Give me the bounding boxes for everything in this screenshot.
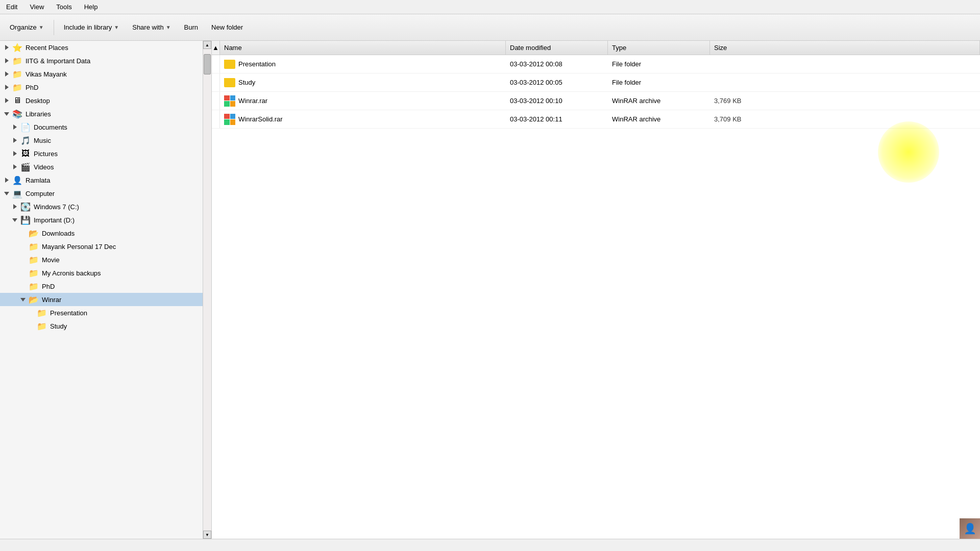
burn-button[interactable]: Burn [179, 18, 204, 37]
sidebar-item-documents[interactable]: 📄 Documents [0, 120, 203, 134]
sidebar-item-mayank-personal[interactable]: 📁 Mayank Personal 17 Dec [0, 240, 203, 253]
sidebar-label-study-sub: Study [50, 322, 67, 330]
scroll-down-arrow[interactable]: ▼ [203, 531, 211, 539]
file-cell-name: WinrarSolid.rar [220, 114, 506, 125]
winrar-icon [224, 95, 235, 107]
sidebar-item-libraries[interactable]: 📚 Libraries [0, 107, 203, 120]
expand-icon [20, 297, 26, 302]
file-cell-size: 3,709 KB [710, 115, 980, 123]
scroll-up-arrow[interactable]: ▲ [203, 41, 211, 49]
expand-icon [12, 138, 17, 143]
sidebar-item-ramlata[interactable]: 👤 Ramlata [0, 173, 203, 187]
sidebar-label-iitg: IITG & Important Data [26, 57, 90, 65]
recent-places-icon: ⭐ [12, 42, 22, 53]
phd-top-icon: 📁 [12, 82, 22, 92]
file-list: Presentation 03-03-2012 00:08 File folde… [212, 55, 980, 539]
sidebar-item-iitg[interactable]: 📁 IITG & Important Data [0, 54, 203, 67]
content-wrapper: ▲ Name Date modified Type Size Presentat… [212, 41, 980, 539]
sidebar-item-important-d[interactable]: 💾 Important (D:) [0, 213, 203, 227]
sidebar-item-recent-places[interactable]: ⭐ Recent Places [0, 41, 203, 54]
expand-icon [12, 151, 17, 156]
sidebar-label-computer: Computer [26, 190, 55, 197]
toolbar-separator-1 [54, 20, 54, 35]
sidebar-item-winrar[interactable]: 📂 Winrar [0, 293, 203, 306]
sidebar-label-movie: Movie [42, 256, 60, 264]
table-row[interactable]: Presentation 03-03-2012 00:08 File folde… [212, 55, 980, 73]
table-row[interactable]: WinrarSolid.rar 03-03-2012 00:11 WinRAR … [212, 110, 980, 129]
music-icon: 🎵 [20, 135, 31, 145]
sidebar-item-my-acronis[interactable]: 📁 My Acronis backups [0, 266, 203, 280]
new-folder-button[interactable]: New folder [206, 18, 249, 37]
mayank-folder-icon: 📁 [29, 241, 39, 252]
col-header-date[interactable]: Date modified [506, 41, 608, 55]
sidebar-label-windows-c: Windows 7 (C:) [34, 203, 79, 211]
share-with-button[interactable]: Share with ▼ [127, 18, 176, 37]
sidebar-label-vikas: Vikas Mayank [26, 70, 67, 78]
sidebar-label-important-d: Important (D:) [34, 216, 75, 224]
phd-folder-icon: 📁 [29, 281, 39, 291]
sidebar-label-my-acronis: My Acronis backups [42, 269, 101, 277]
winrar-icon [224, 114, 235, 125]
drive-c-icon: 💽 [20, 202, 31, 212]
menu-edit[interactable]: Edit [4, 2, 19, 12]
videos-icon: 🎬 [20, 162, 31, 172]
file-cell-size: 3,769 KB [710, 97, 980, 105]
sidebar-item-videos[interactable]: 🎬 Videos [0, 160, 203, 173]
include-label: Include in library [64, 23, 112, 31]
sidebar-label-phd: PhD [42, 283, 55, 290]
burn-label: Burn [184, 23, 198, 31]
col-header-size[interactable]: Size [710, 41, 980, 55]
folder-icon [224, 60, 235, 69]
sidebar-item-pictures[interactable]: 🖼 Pictures [0, 147, 203, 160]
acronis-folder-icon: 📁 [29, 268, 39, 278]
sidebar-label-recent-places: Recent Places [26, 44, 68, 52]
file-cell-type: WinRAR archive [608, 97, 710, 105]
col-header-name[interactable]: Name [220, 41, 506, 55]
sidebar-item-phd-top[interactable]: 📁 PhD [0, 81, 203, 94]
sidebar-label-music: Music [34, 137, 51, 144]
new-folder-label: New folder [211, 23, 243, 31]
scroll-up-file-list[interactable]: ▲ [212, 41, 220, 55]
scroll-thumb[interactable] [204, 54, 211, 74]
organize-button[interactable]: Organize ▼ [4, 18, 50, 37]
main-area: ⭐ Recent Places 📁 IITG & Important Data … [0, 41, 980, 539]
expand-icon [4, 45, 9, 50]
sidebar-item-study-sub[interactable]: 📁 Study [0, 319, 203, 333]
toolbar: Organize ▼ Include in library ▼ Share wi… [0, 14, 980, 41]
sidebar-item-presentation-sub[interactable]: 📁 Presentation [0, 306, 203, 319]
sidebar-item-computer[interactable]: 💻 Computer [0, 187, 203, 200]
sidebar-item-phd[interactable]: 📁 PhD [0, 280, 203, 293]
file-cell-type: File folder [608, 79, 710, 86]
expand-icon [4, 111, 9, 116]
menu-help[interactable]: Help [82, 2, 100, 12]
sidebar-label-documents: Documents [34, 123, 67, 131]
file-cell-date: 03-03-2012 00:08 [506, 60, 608, 68]
sidebar-scrollbar[interactable]: ▲ ▼ [203, 41, 211, 539]
expand-icon [12, 164, 17, 169]
organize-label: Organize [10, 23, 37, 31]
sidebar-item-movie[interactable]: 📁 Movie [0, 253, 203, 266]
sidebar-item-desktop[interactable]: 🖥 Desktop [0, 94, 203, 107]
expand-icon [12, 124, 17, 130]
user-avatar-image: 👤 [960, 518, 980, 539]
file-cell-name: Winrar.rar [220, 95, 506, 107]
sidebar-label-downloads: Downloads [42, 230, 75, 237]
menu-view[interactable]: View [28, 2, 46, 12]
table-row[interactable]: Study 03-03-2012 00:05 File folder [212, 73, 980, 92]
sidebar-item-vikas[interactable]: 📁 Vikas Mayank [0, 67, 203, 81]
col-header-type[interactable]: Type [608, 41, 710, 55]
sidebar-item-windows-c[interactable]: 💽 Windows 7 (C:) [0, 200, 203, 213]
include-in-library-button[interactable]: Include in library ▼ [58, 18, 125, 37]
documents-icon: 📄 [20, 122, 31, 132]
desktop-icon: 🖥 [12, 95, 22, 106]
menu-tools[interactable]: Tools [54, 2, 74, 12]
sidebar-item-downloads[interactable]: 📂 Downloads [0, 227, 203, 240]
share-arrow-icon: ▼ [166, 24, 171, 30]
sidebar-label-presentation-sub: Presentation [50, 309, 87, 317]
file-cell-type: File folder [608, 60, 710, 68]
table-row[interactable]: Winrar.rar 03-03-2012 00:10 WinRAR archi… [212, 92, 980, 110]
pictures-icon: 🖼 [20, 148, 31, 159]
expand-icon [12, 204, 17, 209]
file-cell-name: Presentation [220, 60, 506, 69]
sidebar-item-music[interactable]: 🎵 Music [0, 134, 203, 147]
